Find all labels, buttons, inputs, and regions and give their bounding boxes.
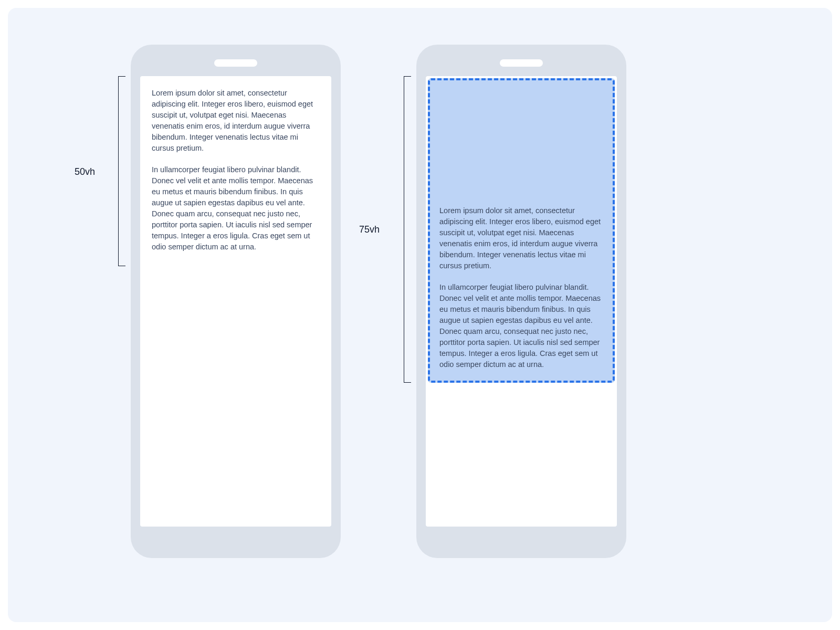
phone-speaker-icon: [214, 59, 257, 67]
phone-mockup-left: Lorem ipsum dolor sit amet, consectetur …: [131, 45, 341, 558]
paragraph-2: In ullamcorper feugiat libero pulvinar b…: [439, 282, 603, 370]
content-right: Lorem ipsum dolor sit amet, consectetur …: [439, 205, 603, 370]
phone-screen-right: Lorem ipsum dolor sit amet, consectetur …: [426, 76, 617, 527]
bracket-right: [404, 76, 411, 383]
bracket-label-right: 75vh: [359, 224, 380, 235]
paragraph-2: In ullamcorper feugiat libero pulvinar b…: [152, 164, 320, 253]
phone-speaker-icon: [500, 59, 543, 67]
content-left: Lorem ipsum dolor sit amet, consectetur …: [140, 76, 331, 264]
paragraph-1: Lorem ipsum dolor sit amet, consectetur …: [152, 88, 320, 154]
phone-mockup-right: Lorem ipsum dolor sit amet, consectetur …: [416, 45, 626, 558]
bracket-label-left: 50vh: [75, 166, 95, 177]
paragraph-1: Lorem ipsum dolor sit amet, consectetur …: [439, 205, 603, 271]
intersection-overlay: Lorem ipsum dolor sit amet, consectetur …: [428, 78, 615, 383]
bracket-left: [118, 76, 125, 266]
phone-screen-left: Lorem ipsum dolor sit amet, consectetur …: [140, 76, 331, 527]
diagram-canvas: 50vh 75vh Lorem ipsum dolor sit amet, co…: [8, 8, 832, 622]
